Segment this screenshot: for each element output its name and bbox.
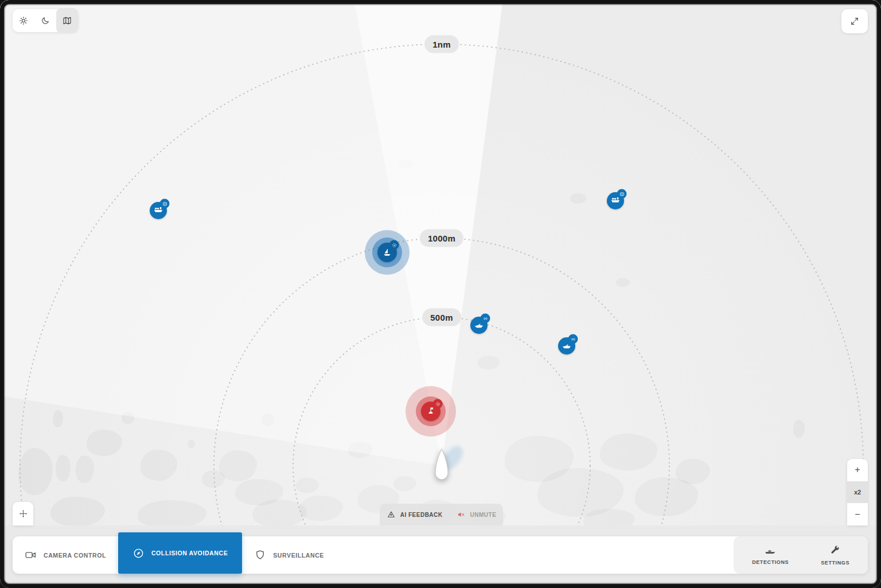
wrench-icon: [829, 545, 841, 556]
light-mode-button[interactable]: [13, 9, 34, 32]
camera-badge-icon: [617, 189, 627, 199]
tab-label: COLLISION AVOIDANCE: [151, 550, 228, 556]
ai-feedback-button[interactable]: AI FEEDBACK: [387, 510, 443, 519]
muted-speaker-icon: [457, 510, 466, 519]
zoom-control: + x2 −: [847, 459, 868, 525]
boat-icon: [764, 546, 777, 556]
tab-label: SURVEILLANCE: [273, 552, 324, 559]
tab-surveillance[interactable]: SURVEILLANCE: [242, 536, 336, 574]
tab-camera-control[interactable]: CAMERA CONTROL: [13, 536, 118, 574]
zoom-out-button[interactable]: −: [847, 503, 868, 525]
nav-side-panel: DETECTIONS SETTINGS: [734, 536, 868, 574]
dark-mode-button[interactable]: [34, 9, 56, 32]
range-ring-label: 1000m: [420, 229, 463, 247]
tab-label: CAMERA CONTROL: [44, 552, 106, 559]
target-badge-icon: [433, 399, 443, 409]
signal-badge-icon: [568, 334, 578, 344]
settings-button[interactable]: SETTINGS: [821, 545, 849, 566]
zoom-in-button[interactable]: +: [847, 459, 868, 481]
map-style-toolbar: [13, 9, 78, 32]
target-badge-icon: [389, 240, 399, 250]
unmute-button[interactable]: UNMUTE: [457, 510, 497, 519]
tab-collision-avoidance[interactable]: COLLISION AVOIDANCE: [118, 532, 242, 574]
ai-feedback-label: AI FEEDBACK: [400, 512, 443, 518]
range-rings: [0, 0, 881, 525]
collision-avoidance-app: 1nm1000m500m: [0, 0, 881, 588]
expand-icon: [849, 16, 860, 26]
signal-badge-icon: [481, 314, 490, 324]
warning-triangle-icon: [387, 510, 396, 519]
own-ship-icon: [434, 449, 449, 483]
camera-badge-icon: [160, 199, 170, 209]
move-icon: [18, 509, 28, 519]
moon-icon: [40, 15, 50, 26]
settings-label: SETTINGS: [821, 560, 849, 566]
range-ring-label: 500m: [422, 309, 461, 326]
map-mode-button[interactable]: [56, 8, 78, 33]
range-ring-label: 1nm: [424, 36, 459, 53]
unmute-label: UNMUTE: [470, 512, 497, 518]
own-ship-marker: [434, 449, 449, 483]
bottom-nav: CAMERA CONTROL COLLISION AVOIDANCE SURVE…: [13, 536, 868, 574]
zoom-level: x2: [847, 481, 868, 504]
sun-icon: [18, 15, 29, 26]
fullscreen-button[interactable]: [841, 9, 868, 33]
detections-label: DETECTIONS: [752, 559, 789, 565]
compass-icon: [132, 547, 145, 559]
app-window: 1nm1000m500m: [0, 0, 881, 588]
detections-button[interactable]: DETECTIONS: [752, 546, 789, 565]
map-icon: [62, 15, 72, 26]
shield-icon: [254, 549, 266, 561]
ai-feedback-bar: AI FEEDBACK UNMUTE: [380, 504, 503, 525]
radar-map[interactable]: 1nm1000m500m: [0, 0, 881, 525]
pan-button[interactable]: [13, 502, 33, 525]
video-camera-icon: [25, 549, 37, 561]
